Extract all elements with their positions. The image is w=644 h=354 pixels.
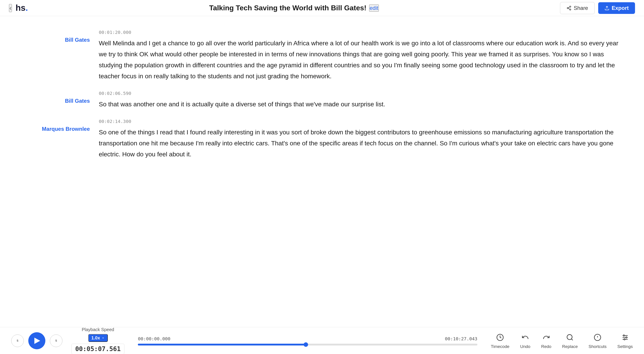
speaker-name-2[interactable]: Marques Brownlee bbox=[42, 126, 90, 132]
redo-icon bbox=[542, 333, 551, 342]
current-time-display: 00:05:07.561 bbox=[72, 344, 124, 354]
svg-line-4 bbox=[568, 7, 570, 8]
speaker-name-1[interactable]: Bill Gates bbox=[65, 98, 90, 104]
export-icon bbox=[604, 5, 610, 10]
speaker-col-2: Marques Brownlee bbox=[18, 119, 90, 160]
header: ‹ hs. Talking Tech Saving the World with… bbox=[0, 0, 644, 16]
svg-line-7 bbox=[572, 339, 573, 340]
share-icon bbox=[566, 5, 572, 10]
header-left: ‹ hs. bbox=[9, 3, 28, 13]
start-time: 00:00:00.000 bbox=[138, 336, 170, 342]
playback-speed-label: Playback Speed bbox=[82, 327, 114, 332]
playback-speed-section: Playback Speed 1.0x 00:05:07.561 bbox=[72, 327, 124, 354]
undo-control[interactable]: Undo bbox=[520, 333, 530, 349]
bottom-player-bar: 5 5 Playback Speed 1.0x 00:05:07.561 00:… bbox=[0, 327, 644, 354]
skip-forward-button[interactable]: 5 bbox=[50, 335, 62, 347]
shortcuts-icon bbox=[592, 333, 602, 342]
end-time: 00:10:27.043 bbox=[445, 336, 478, 342]
redo-control[interactable]: Redo bbox=[541, 333, 551, 349]
chevron-down-icon bbox=[102, 337, 105, 340]
undo-icon bbox=[520, 333, 530, 342]
transcript-text-2[interactable]: So one of the things I read that I found… bbox=[99, 127, 626, 160]
logo: hs. bbox=[16, 3, 28, 13]
svg-point-15 bbox=[626, 337, 627, 338]
svg-point-2 bbox=[570, 9, 571, 10]
export-button[interactable]: Export bbox=[598, 2, 635, 14]
settings-control[interactable]: Settings bbox=[617, 333, 633, 349]
progress-thumb[interactable] bbox=[304, 342, 308, 347]
timestamp-2: 00:02:14.300 bbox=[99, 119, 626, 124]
shortcuts-label: Shortcuts bbox=[588, 344, 606, 349]
svg-point-6 bbox=[567, 335, 572, 340]
speaker-col-0: Bill Gates bbox=[18, 30, 90, 82]
right-controls: Timecode Undo Redo bbox=[491, 333, 633, 349]
share-button[interactable]: Share bbox=[560, 2, 594, 14]
shortcuts-control[interactable]: Shortcuts bbox=[588, 333, 606, 349]
transcript-text-1[interactable]: So that was another one and it is actual… bbox=[99, 99, 626, 110]
skip-back-label: 5 bbox=[16, 339, 18, 342]
timecode-control[interactable]: Timecode bbox=[491, 333, 510, 349]
svg-point-1 bbox=[567, 7, 568, 9]
speed-value: 1.0x bbox=[92, 335, 100, 341]
edit-button[interactable]: edit bbox=[369, 4, 379, 12]
transcript-text-0[interactable]: Well Melinda and I get a chance to go al… bbox=[99, 38, 626, 82]
timecode-label: Timecode bbox=[491, 344, 510, 349]
timestamp-1: 00:02:06.590 bbox=[99, 91, 626, 96]
transcript-container: Bill Gates 00:01:20.000 Well Melinda and… bbox=[0, 16, 644, 327]
segment-2: Marques Brownlee 00:02:14.300 So one of … bbox=[0, 114, 644, 164]
undo-label: Undo bbox=[520, 344, 530, 349]
redo-label: Redo bbox=[541, 344, 551, 349]
export-label: Export bbox=[612, 5, 629, 11]
skip-forward-label: 5 bbox=[55, 339, 57, 342]
progress-section: 00:00:00.000 00:10:27.043 bbox=[134, 336, 482, 346]
replace-icon bbox=[565, 333, 575, 342]
header-title-area: Talking Tech Saving the World with Bill … bbox=[209, 4, 378, 12]
speed-badge-button[interactable]: 1.0x bbox=[88, 334, 108, 342]
playback-controls: 5 5 bbox=[11, 332, 62, 349]
speaker-name-0[interactable]: Bill Gates bbox=[65, 37, 90, 43]
page-title: Talking Tech Saving the World with Bill … bbox=[209, 4, 366, 12]
progress-fill bbox=[138, 344, 306, 346]
speaker-col-1: Bill Gates bbox=[18, 91, 90, 110]
header-actions: Share Export bbox=[560, 2, 635, 14]
play-button[interactable] bbox=[28, 332, 45, 349]
svg-point-0 bbox=[570, 6, 571, 7]
content-col-0: 00:01:20.000 Well Melinda and I get a ch… bbox=[99, 30, 626, 82]
content-col-1: 00:02:06.590 So that was another one and… bbox=[99, 91, 626, 110]
skip-back-button[interactable]: 5 bbox=[11, 335, 24, 347]
segment-0: Bill Gates 00:01:20.000 Well Melinda and… bbox=[0, 25, 644, 86]
svg-point-14 bbox=[623, 335, 624, 336]
progress-bar[interactable] bbox=[138, 344, 478, 346]
replace-control[interactable]: Replace bbox=[562, 333, 578, 349]
replace-label: Replace bbox=[562, 344, 578, 349]
settings-label: Settings bbox=[617, 344, 633, 349]
play-icon bbox=[34, 338, 40, 344]
segment-1: Bill Gates 00:02:06.590 So that was anot… bbox=[0, 86, 644, 114]
timecode-icon bbox=[495, 333, 505, 342]
back-button[interactable]: ‹ bbox=[9, 4, 12, 12]
svg-line-3 bbox=[568, 8, 570, 9]
share-label: Share bbox=[574, 5, 588, 11]
settings-icon bbox=[620, 333, 630, 342]
content-col-2: 00:02:14.300 So one of the things I read… bbox=[99, 119, 626, 160]
svg-point-16 bbox=[624, 339, 625, 340]
time-labels: 00:00:00.000 00:10:27.043 bbox=[138, 336, 478, 342]
logo-text: hs bbox=[16, 3, 25, 12]
timestamp-0: 00:01:20.000 bbox=[99, 30, 626, 35]
